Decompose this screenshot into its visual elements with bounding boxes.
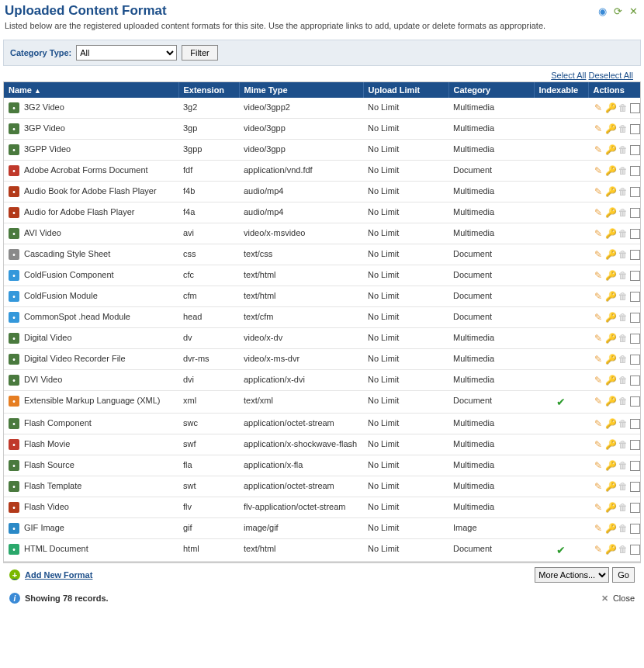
row-checkbox[interactable] [630,396,640,407]
delete-icon[interactable]: 🗑 [618,481,628,492]
row-checkbox[interactable] [630,292,640,302]
row-checkbox[interactable] [630,545,640,555]
delete-icon[interactable]: 🗑 [618,544,628,555]
edit-icon[interactable]: ✎ [593,312,604,323]
col-category[interactable]: Category [448,82,534,98]
key-icon[interactable]: 🔑 [605,333,616,344]
edit-icon[interactable]: ✎ [593,165,604,176]
edit-icon[interactable]: ✎ [593,270,604,281]
edit-icon[interactable]: ✎ [593,186,604,197]
key-icon[interactable]: 🔑 [605,523,616,534]
row-checkbox[interactable] [630,461,640,471]
col-extension[interactable]: Extension [178,82,239,98]
key-icon[interactable]: 🔑 [605,354,616,365]
key-icon[interactable]: 🔑 [605,460,616,471]
row-checkbox[interactable] [630,440,640,450]
row-checkbox[interactable] [630,524,640,534]
row-checkbox[interactable] [630,376,640,386]
edit-icon[interactable]: ✎ [593,502,604,513]
edit-icon[interactable]: ✎ [593,481,604,492]
filter-button[interactable]: Filter [182,45,217,61]
delete-icon[interactable]: 🗑 [618,312,628,323]
row-checkbox[interactable] [630,250,640,260]
row-checkbox[interactable] [630,503,640,513]
key-icon[interactable]: 🔑 [605,439,616,450]
go-button[interactable]: Go [612,567,635,583]
delete-icon[interactable]: 🗑 [618,144,628,155]
delete-icon[interactable]: 🗑 [618,228,628,239]
delete-icon[interactable]: 🗑 [618,270,628,281]
help-icon[interactable]: ◉ [596,5,608,17]
key-icon[interactable]: 🔑 [605,502,616,513]
row-checkbox[interactable] [630,229,640,239]
delete-icon[interactable]: 🗑 [618,291,628,302]
key-icon[interactable]: 🔑 [605,102,616,113]
key-icon[interactable]: 🔑 [605,186,616,197]
select-all-link[interactable]: Select All [551,71,586,80]
edit-icon[interactable]: ✎ [593,333,604,344]
delete-icon[interactable]: 🗑 [618,439,628,450]
key-icon[interactable]: 🔑 [605,249,616,260]
edit-icon[interactable]: ✎ [593,396,604,407]
key-icon[interactable]: 🔑 [605,312,616,323]
key-icon[interactable]: 🔑 [605,165,616,176]
row-checkbox[interactable] [630,187,640,197]
edit-icon[interactable]: ✎ [593,354,604,365]
key-icon[interactable]: 🔑 [605,481,616,492]
key-icon[interactable]: 🔑 [605,544,616,555]
key-icon[interactable]: 🔑 [605,207,616,218]
delete-icon[interactable]: 🗑 [618,418,628,429]
key-icon[interactable]: 🔑 [605,396,616,407]
category-type-select[interactable]: All [76,45,177,61]
row-checkbox[interactable] [630,208,640,218]
key-icon[interactable]: 🔑 [605,291,616,302]
deselect-all-link[interactable]: Deselect All [589,71,633,80]
refresh-icon[interactable]: ⟳ [611,5,624,17]
edit-icon[interactable]: ✎ [593,123,604,134]
col-name[interactable]: Name▲ [4,82,178,98]
delete-icon[interactable]: 🗑 [618,102,628,113]
row-checkbox[interactable] [630,103,640,113]
delete-icon[interactable]: 🗑 [618,165,628,176]
key-icon[interactable]: 🔑 [605,144,616,155]
delete-icon[interactable]: 🗑 [618,375,628,386]
edit-icon[interactable]: ✎ [593,102,604,113]
key-icon[interactable]: 🔑 [605,228,616,239]
delete-icon[interactable]: 🗑 [618,249,628,260]
key-icon[interactable]: 🔑 [605,123,616,134]
close-link[interactable]: ✕ Close [601,594,635,603]
delete-icon[interactable]: 🗑 [618,186,628,197]
col-limit[interactable]: Upload Limit [363,82,448,98]
edit-icon[interactable]: ✎ [593,207,604,218]
edit-icon[interactable]: ✎ [593,375,604,386]
col-actions[interactable]: Actions [588,82,640,98]
delete-icon[interactable]: 🗑 [618,207,628,218]
delete-icon[interactable]: 🗑 [618,396,628,407]
row-checkbox[interactable] [630,145,640,155]
key-icon[interactable]: 🔑 [605,418,616,429]
row-checkbox[interactable] [630,355,640,365]
add-new-format-link[interactable]: + Add New Format [9,569,92,580]
edit-icon[interactable]: ✎ [593,523,604,534]
delete-icon[interactable]: 🗑 [618,502,628,513]
key-icon[interactable]: 🔑 [605,375,616,386]
row-checkbox[interactable] [630,124,640,134]
row-checkbox[interactable] [630,166,640,176]
more-actions-select[interactable]: More Actions... [535,567,609,583]
edit-icon[interactable]: ✎ [593,544,604,555]
col-indexable[interactable]: Indexable [534,82,588,98]
delete-icon[interactable]: 🗑 [618,333,628,344]
row-checkbox[interactable] [630,482,640,492]
edit-icon[interactable]: ✎ [593,144,604,155]
row-checkbox[interactable] [630,313,640,323]
row-checkbox[interactable] [630,334,640,344]
row-checkbox[interactable] [630,271,640,281]
delete-icon[interactable]: 🗑 [618,460,628,471]
col-mime[interactable]: Mime Type [239,82,363,98]
edit-icon[interactable]: ✎ [593,249,604,260]
delete-icon[interactable]: 🗑 [618,123,628,134]
edit-icon[interactable]: ✎ [593,439,604,450]
edit-icon[interactable]: ✎ [593,418,604,429]
close-icon[interactable]: ✕ [627,5,639,17]
row-checkbox[interactable] [630,419,640,429]
